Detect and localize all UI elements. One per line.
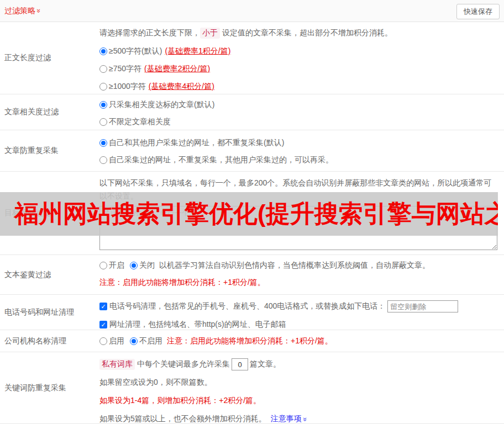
dedup-option-global[interactable]: 自己和其他用户采集过的网址，都不重复采集(默认) — [99, 138, 504, 148]
checkbox-checked-icon[interactable]: ✓ — [99, 321, 107, 328]
notice-link[interactable]: 注意事项 — [271, 414, 302, 424]
less-than-highlight: 小于 — [200, 28, 220, 39]
option-label: 自己采集过的网址，不重复采集，其他用户采集过的，可以再采。 — [109, 155, 333, 165]
url-clean-line: ✓ 网址清理，包括纯域名、带http(s)的网址、电子邮箱 — [99, 320, 504, 330]
row-label: 文章防重复采集 — [0, 130, 99, 171]
porn-options-line: 开启 关闭 以机器学习算法自动识别色情内容，当色情概率达到系统阈值，自动屏蔽文章… — [99, 261, 504, 271]
blocked-sites-textarea[interactable] — [99, 206, 497, 250]
row-target-site-filter: 目标网站过滤 以下网站不采集，只填域名，每行一个，最多200个。系统会自动识别并… — [0, 172, 504, 255]
row-relevance-filter: 文章相关度过滤 只采集相关度达标的文章(默认) 不限定文章相关度 — [0, 94, 504, 130]
row-company-clean: 公司机构名称清理 启用 不启用 注意：启用此功能将增加积分消耗：+1积分/篇。 — [0, 330, 504, 352]
fee-note: (基础费率1积分/篇) — [165, 46, 230, 56]
relevance-option-strict[interactable]: 只采集相关度达标的文章(默认) — [99, 100, 504, 110]
url-clean-label: 网址清理，包括纯域名、带http(s)的网址、电子邮箱 — [109, 320, 286, 330]
filter-strategy-page: 过滤策略 » 快速保存 正文长度过滤 请选择需求的正文长度下限， 小于 设定值的… — [0, 0, 504, 424]
fee-note: (基础费率4积分/篇) — [149, 82, 214, 92]
row-keyword-dedup: 关键词防重复采集 私有词库 中每个关键词最多允许采集 篇文章。 如果留空或设为0… — [0, 352, 504, 424]
intro-text-post: 设定值的文章不采集，超出部分不增加积分消耗。 — [222, 28, 392, 38]
company-note: 注意：启用此功能将增加积分消耗：+1积分/篇。 — [167, 336, 333, 346]
keyword-line3: 如果设为1-4篇，则增加积分消耗：+2积分/篇。 — [99, 396, 504, 406]
radio-icon[interactable] — [99, 156, 107, 164]
dedup-option-own[interactable]: 自己采集过的网址，不重复采集，其他用户采集过的，可以再采。 — [99, 155, 504, 165]
radio-icon[interactable] — [99, 262, 107, 269]
radio-icon[interactable] — [99, 139, 107, 147]
radio-icon[interactable] — [99, 101, 107, 109]
radio-icon[interactable] — [99, 47, 107, 55]
option-label: 不限定文章相关度 — [109, 117, 171, 127]
intro-text-pre: 请选择需求的正文长度下限， — [99, 28, 200, 38]
fee-note: (基础费率2积分/篇) — [144, 64, 210, 74]
company-option-disable[interactable]: 不启用 — [139, 336, 162, 346]
row-dedup-collect: 文章防重复采集 自己和其他用户采集过的网址，都不重复采集(默认) 自己采集过的网… — [0, 130, 504, 172]
checkbox-checked-icon[interactable]: ✓ — [99, 303, 107, 310]
chevron-down-icon[interactable]: » — [301, 417, 309, 421]
porn-option-on[interactable]: 开启 — [109, 261, 124, 271]
row-label: 公司机构名称清理 — [0, 330, 99, 352]
phone-clean-label: 电话号码清理，包括常见的手机号、座机号、400电话格式，或替换成如下电话： — [109, 301, 385, 311]
quick-save-button[interactable]: 快速保存 — [456, 4, 500, 19]
topbar: 过滤策略 » 快速保存 — [0, 0, 504, 22]
radio-icon[interactable] — [99, 337, 107, 345]
option-label: 自己和其他用户采集过的网址，都不重复采集(默认) — [109, 138, 284, 148]
porn-desc: 以机器学习算法自动识别色情内容，当色情概率达到系统阈值，自动屏蔽文章。 — [159, 261, 430, 271]
phone-clean-line: ✓ 电话号码清理，包括常见的手机号、座机号、400电话格式，或替换成如下电话： — [99, 300, 504, 312]
row-porn-filter: 文本鉴黄过滤 开启 关闭 以机器学习算法自动识别色情内容，当色情概率达到系统阈值… — [0, 255, 504, 295]
radio-icon[interactable] — [99, 65, 107, 73]
row-label: 正文长度过滤 — [0, 22, 99, 94]
row-body-length-filter: 正文长度过滤 请选择需求的正文长度下限， 小于 设定值的文章不采集，超出部分不增… — [0, 22, 504, 94]
private-lexicon-link[interactable]: 私有词库 — [99, 359, 135, 370]
radio-icon[interactable] — [99, 83, 107, 91]
length-option-1000[interactable]: ≥1000字符 (基础费率4积分/篇) — [99, 82, 504, 92]
option-label: ≥500字符(默认) — [109, 46, 162, 56]
keyword-line4-text: 如果设为5篇或以上，也不会额外增加积分消耗。 — [99, 414, 266, 424]
radio-icon[interactable] — [99, 118, 107, 126]
row-phone-url-clean: 电话号码和网址清理 ✓ 电话号码清理，包括常见的手机号、座机号、400电话格式，… — [0, 295, 504, 330]
radio-icon[interactable] — [130, 337, 138, 345]
keyword-line1-end: 篇文章。 — [250, 359, 281, 369]
relevance-option-any[interactable]: 不限定文章相关度 — [99, 117, 504, 127]
option-label: ≥1000字符 — [109, 82, 146, 92]
radio-icon[interactable] — [130, 262, 138, 269]
keyword-line2: 如果留空或设为0，则不限篇数。 — [99, 378, 504, 388]
length-intro: 请选择需求的正文长度下限， 小于 设定值的文章不采集，超出部分不增加积分消耗。 — [99, 28, 504, 39]
row-label: 电话号码和网址清理 — [0, 295, 99, 330]
row-label: 文章相关度过滤 — [0, 94, 99, 130]
row-label: 关键词防重复采集 — [0, 352, 99, 423]
porn-note: 注意：启用此功能将增加积分消耗：+1积分/篇。 — [99, 278, 504, 288]
option-label: 只采集相关度达标的文章(默认) — [109, 100, 214, 110]
replace-phone-input[interactable] — [387, 300, 458, 312]
row-label: 文本鉴黄过滤 — [0, 255, 99, 294]
company-option-enable[interactable]: 启用 — [109, 336, 124, 346]
option-label: ≥750字符 — [109, 64, 141, 74]
keyword-count-input[interactable] — [232, 358, 248, 370]
length-option-750[interactable]: ≥750字符 (基础费率2积分/篇) — [99, 64, 504, 74]
keyword-line1-text: 中每个关键词最多允许采集 — [137, 359, 230, 369]
row-label: 目标网站过滤 — [0, 172, 99, 255]
page-title: 过滤策略 — [4, 6, 35, 16]
length-option-500[interactable]: ≥500字符(默认) (基础费率1积分/篇) — [99, 46, 504, 56]
keyword-line4-wrap: 如果设为5篇或以上，也不会额外增加积分消耗。 注意事项 » — [99, 414, 504, 424]
keyword-count-line: 私有词库 中每个关键词最多允许采集 篇文章。 — [99, 358, 504, 370]
porn-option-off[interactable]: 关闭 — [139, 261, 155, 271]
chevron-down-icon[interactable]: » — [35, 9, 43, 13]
sites-intro: 以下网站不采集，只填域名，每行一个，最多200个。系统会自动识别并屏蔽那些非文章… — [99, 176, 494, 203]
